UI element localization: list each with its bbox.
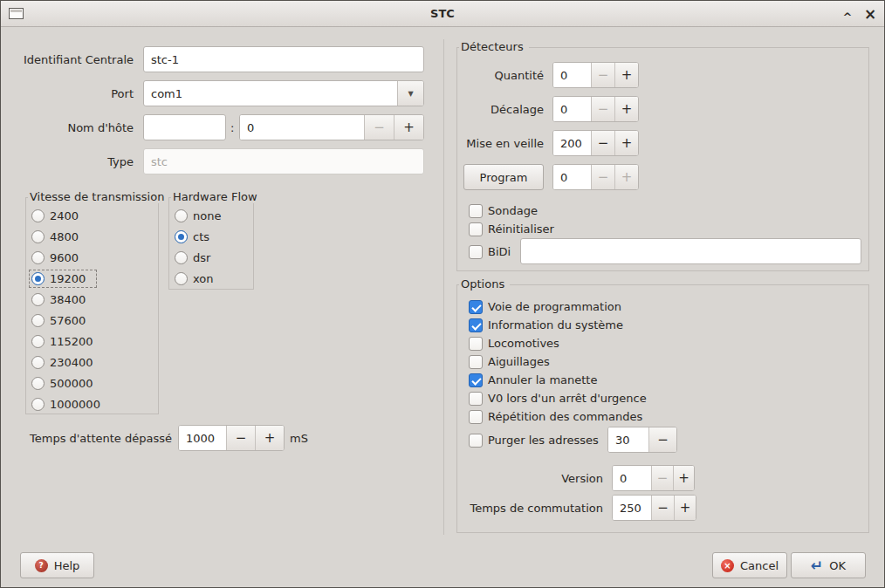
- radio-icon[interactable]: [31, 377, 45, 390]
- plus-icon[interactable]: +: [255, 426, 284, 450]
- checkbox-icon[interactable]: [469, 410, 483, 424]
- baud-option-19200[interactable]: 19200: [31, 268, 97, 289]
- checkbox-checked-icon[interactable]: [469, 300, 483, 314]
- checkbox-icon[interactable]: [469, 355, 483, 369]
- radio-icon[interactable]: [31, 230, 45, 243]
- flow-option-dsr[interactable]: dsr: [175, 247, 210, 268]
- checkbox-checked-icon[interactable]: [469, 318, 483, 332]
- radio-icon[interactable]: [31, 293, 45, 306]
- option-repetition-commandes[interactable]: Répétition des commandes: [469, 409, 642, 424]
- plus-icon[interactable]: +: [674, 496, 696, 520]
- minus-icon[interactable]: −: [226, 426, 255, 450]
- minus-icon[interactable]: −: [591, 63, 614, 87]
- checkbox-icon[interactable]: [469, 245, 483, 259]
- option-v0-arret-urgence[interactable]: V0 lors d'un arrêt d'urgence: [469, 391, 647, 406]
- purge-value[interactable]: 30: [608, 427, 648, 452]
- radio-checked-icon[interactable]: [31, 272, 45, 285]
- checkbox-icon[interactable]: [469, 222, 483, 236]
- baud-option-1000000[interactable]: 1000000: [31, 393, 100, 414]
- bidi-checkbox[interactable]: BiDi: [469, 244, 511, 259]
- offset-value[interactable]: 0: [553, 97, 591, 121]
- option-locomotives[interactable]: Locomotives: [469, 336, 559, 351]
- quantity-spinbox[interactable]: 0 − +: [552, 62, 639, 88]
- minus-icon[interactable]: −: [651, 466, 673, 490]
- reinitialiser-checkbox[interactable]: Réinitialiser: [469, 222, 554, 236]
- radio-icon[interactable]: [31, 251, 45, 264]
- sondage-checkbox[interactable]: Sondage: [469, 203, 538, 218]
- version-spinbox[interactable]: 0 − +: [612, 465, 695, 491]
- checkbox-icon[interactable]: [469, 434, 483, 448]
- baud-option-230400[interactable]: 230400: [31, 352, 93, 373]
- minus-icon[interactable]: −: [651, 496, 674, 520]
- sleep-spinbox[interactable]: 200 − +: [552, 130, 639, 156]
- timeout-spinbox[interactable]: 1000 − +: [178, 425, 285, 451]
- checkbox-checked-icon[interactable]: [469, 373, 483, 387]
- port-combobox[interactable]: com1 ▼: [143, 80, 424, 106]
- program-spinbox[interactable]: 0 − +: [552, 164, 639, 190]
- baud-option-2400[interactable]: 2400: [31, 205, 79, 226]
- purge-spinbox[interactable]: 30 −: [607, 427, 677, 453]
- host-port-spinbox[interactable]: 0 − +: [239, 114, 424, 140]
- minus-icon[interactable]: −: [591, 97, 614, 121]
- radio-icon[interactable]: [31, 209, 45, 222]
- help-button[interactable]: ? Help: [20, 552, 94, 578]
- plus-icon[interactable]: +: [614, 165, 638, 189]
- baud-option-38400[interactable]: 38400: [31, 289, 86, 310]
- switch-time-value[interactable]: 250: [613, 496, 651, 520]
- timeout-value[interactable]: 1000: [179, 426, 226, 450]
- plus-icon[interactable]: +: [614, 131, 638, 155]
- baud-option-9600[interactable]: 9600: [31, 247, 79, 268]
- hostname-input[interactable]: [143, 114, 226, 140]
- quantity-value[interactable]: 0: [553, 63, 591, 87]
- option-label: Annuler la manette: [488, 373, 597, 386]
- port-dropdown-button[interactable]: ▼: [397, 81, 423, 106]
- radio-icon[interactable]: [175, 272, 188, 285]
- port-value[interactable]: com1: [144, 81, 397, 106]
- flow-option-xon[interactable]: xon: [175, 268, 214, 289]
- plus-icon[interactable]: +: [394, 115, 423, 140]
- switch-time-spinbox[interactable]: 250 − +: [612, 495, 696, 521]
- bidi-input[interactable]: [520, 238, 861, 264]
- radio-icon[interactable]: [31, 356, 45, 369]
- minus-icon[interactable]: −: [364, 115, 394, 140]
- checkbox-icon[interactable]: [469, 204, 483, 218]
- host-port-value[interactable]: 0: [240, 115, 364, 140]
- close-button[interactable]: ×: [860, 3, 881, 24]
- option-purger-adresses[interactable]: Purger les adresses: [469, 433, 599, 448]
- radio-icon[interactable]: [175, 209, 188, 222]
- radio-checked-icon[interactable]: [175, 230, 188, 243]
- cancel-button[interactable]: × Cancel: [712, 552, 787, 578]
- ok-button[interactable]: ↵ OK: [791, 552, 866, 578]
- option-aiguillages[interactable]: Aiguillages: [469, 354, 550, 369]
- program-value[interactable]: 0: [553, 165, 591, 189]
- baud-option-4800[interactable]: 4800: [31, 226, 79, 247]
- baud-option-115200[interactable]: 115200: [31, 331, 93, 352]
- option-annuler-manette[interactable]: Annuler la manette: [469, 373, 597, 387]
- radio-icon[interactable]: [31, 335, 45, 348]
- program-button[interactable]: Program: [463, 164, 544, 190]
- plus-icon[interactable]: +: [614, 97, 638, 121]
- radio-icon[interactable]: [31, 314, 45, 327]
- radio-icon[interactable]: [31, 398, 45, 411]
- flow-option-label: xon: [193, 272, 214, 285]
- checkbox-icon[interactable]: [469, 337, 483, 351]
- version-value[interactable]: 0: [613, 466, 651, 490]
- radio-icon[interactable]: [175, 251, 188, 264]
- baud-option-57600[interactable]: 57600: [31, 310, 86, 331]
- baud-option-500000[interactable]: 500000: [31, 373, 93, 393]
- plus-icon[interactable]: +: [673, 466, 694, 490]
- flow-option-cts[interactable]: cts: [175, 226, 209, 247]
- shade-button[interactable]: ^: [837, 3, 858, 24]
- identifiant-input[interactable]: stc-1: [143, 46, 424, 72]
- flow-option-none[interactable]: none: [175, 205, 221, 226]
- titlebar[interactable]: STC ^ ×: [1, 1, 884, 27]
- option-information-systeme[interactable]: Information du système: [469, 318, 623, 332]
- sleep-value[interactable]: 200: [553, 131, 591, 155]
- minus-icon[interactable]: −: [591, 131, 614, 155]
- checkbox-icon[interactable]: [469, 392, 483, 406]
- minus-icon[interactable]: −: [591, 165, 614, 189]
- minus-icon[interactable]: −: [648, 427, 676, 452]
- option-voie-programmation[interactable]: Voie de programmation: [469, 299, 621, 314]
- plus-icon[interactable]: +: [614, 63, 638, 87]
- offset-spinbox[interactable]: 0 − +: [552, 96, 639, 122]
